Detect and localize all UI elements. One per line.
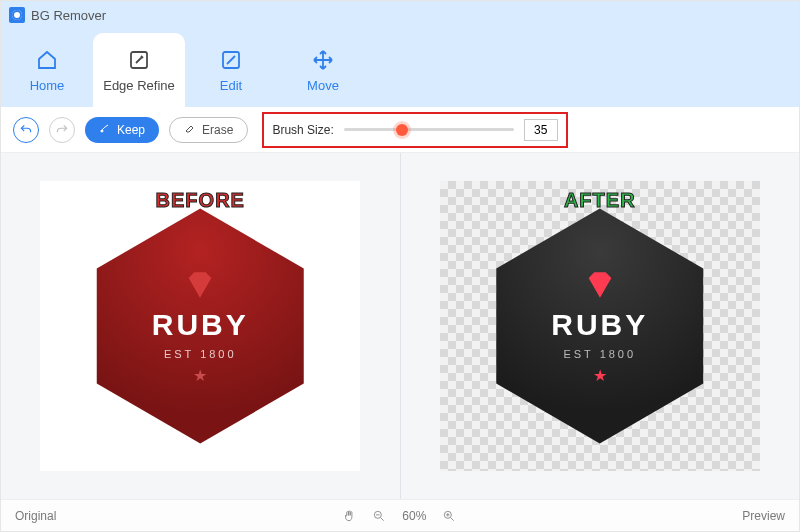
badge-est: EST 1800 xyxy=(563,348,636,360)
titlebar: BG Remover xyxy=(1,1,799,29)
tab-edge-refine[interactable]: Edge Refine xyxy=(93,33,185,107)
erase-label: Erase xyxy=(202,123,233,137)
brush-size-input[interactable] xyxy=(524,119,558,141)
home-icon xyxy=(35,48,59,72)
star-icon: ★ xyxy=(193,366,207,385)
tab-label: Edge Refine xyxy=(103,78,175,93)
tab-home[interactable]: Home xyxy=(1,33,93,107)
preview-label[interactable]: Preview xyxy=(742,509,785,523)
after-canvas[interactable]: AFTER RUBY EST 1800 ★ xyxy=(440,181,760,471)
brush-size-label: Brush Size: xyxy=(272,123,333,137)
zoom-out-icon[interactable] xyxy=(372,509,386,523)
original-label[interactable]: Original xyxy=(15,509,56,523)
star-icon: ★ xyxy=(593,366,607,385)
zoom-level[interactable]: 60% xyxy=(402,509,426,523)
slider-track xyxy=(344,128,514,131)
redo-button[interactable] xyxy=(49,117,75,143)
hexagon-shape: RUBY EST 1800 ★ xyxy=(485,201,715,451)
gem-icon xyxy=(583,268,617,302)
badge-title: RUBY xyxy=(551,308,648,342)
erase-button[interactable]: Erase xyxy=(169,117,248,143)
toolbar: Keep Erase Brush Size: xyxy=(1,107,799,153)
edge-refine-icon xyxy=(127,48,151,72)
badge-before: RUBY EST 1800 ★ xyxy=(85,201,315,451)
eraser-icon xyxy=(184,122,196,137)
brush-keep-icon xyxy=(99,122,111,137)
keep-label: Keep xyxy=(117,123,145,137)
brush-size-highlight: Brush Size: xyxy=(262,112,567,148)
app-title: BG Remover xyxy=(31,8,106,23)
gem-icon xyxy=(183,268,217,302)
edit-icon xyxy=(219,48,243,72)
status-bar: Original 60% Preview xyxy=(1,499,799,531)
hand-tool-icon[interactable] xyxy=(342,509,356,523)
brush-size-slider[interactable] xyxy=(344,120,514,140)
tab-label: Home xyxy=(30,78,65,93)
footer-tools: 60% xyxy=(342,509,456,523)
badge-after: RUBY EST 1800 ★ xyxy=(485,201,715,451)
before-panel: BEFORE RUBY EST 1800 ★ xyxy=(1,153,401,499)
keep-button[interactable]: Keep xyxy=(85,117,159,143)
hexagon-shape: RUBY EST 1800 ★ xyxy=(85,201,315,451)
app-logo-icon xyxy=(9,7,25,23)
zoom-in-icon[interactable] xyxy=(442,509,456,523)
tab-label: Move xyxy=(307,78,339,93)
tab-edit[interactable]: Edit xyxy=(185,33,277,107)
content-area: BEFORE RUBY EST 1800 ★ AFTER xyxy=(1,153,799,499)
tab-bar: Home Edge Refine Edit Move xyxy=(1,29,799,107)
undo-button[interactable] xyxy=(13,117,39,143)
before-canvas[interactable]: BEFORE RUBY EST 1800 ★ xyxy=(40,181,360,471)
tab-label: Edit xyxy=(220,78,242,93)
app-window: BG Remover Home Edge Refine Edit Move xyxy=(0,0,800,532)
after-panel: AFTER RUBY EST 1800 ★ xyxy=(401,153,800,499)
svg-point-2 xyxy=(101,130,103,132)
move-icon xyxy=(311,48,335,72)
tab-move[interactable]: Move xyxy=(277,33,369,107)
slider-thumb[interactable] xyxy=(396,124,408,136)
badge-title: RUBY xyxy=(152,308,249,342)
badge-est: EST 1800 xyxy=(164,348,237,360)
